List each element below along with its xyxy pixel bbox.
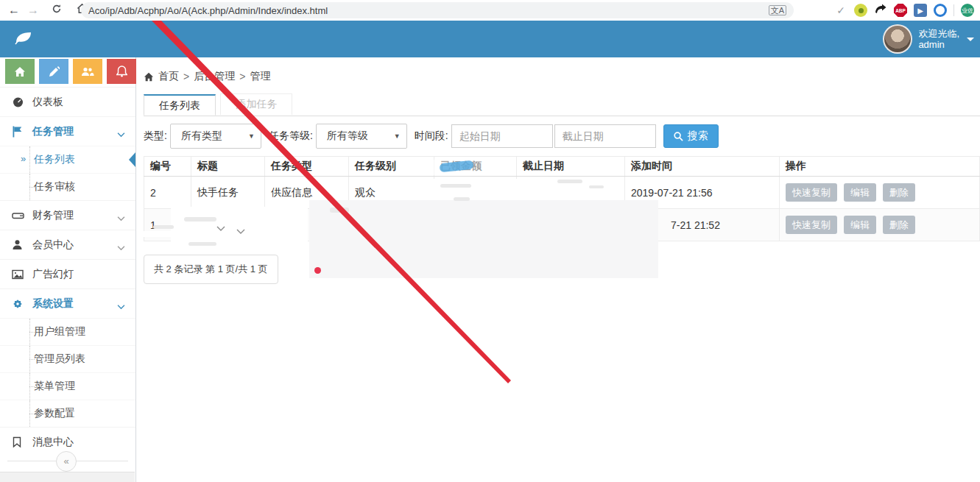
forward-icon[interactable]: → bbox=[24, 0, 43, 21]
sidebar-item-task-list[interactable]: 任务列表 bbox=[0, 146, 135, 173]
extensions-row: ✓ ABP ▶ 业佐 bbox=[834, 0, 974, 21]
quick-copy-button[interactable]: 快速复制 bbox=[786, 183, 837, 202]
collapse-sidebar-button[interactable]: « bbox=[56, 451, 77, 472]
censor-smudge bbox=[557, 180, 582, 183]
censor-smudge bbox=[440, 184, 471, 188]
refresh-glyph bbox=[52, 4, 62, 14]
sidebar-item-user-groups[interactable]: 用户组管理 bbox=[0, 318, 135, 345]
sidebar-item-finance[interactable]: 财务管理 bbox=[0, 200, 135, 230]
active-item-marker bbox=[129, 152, 135, 167]
edit-button[interactable]: 编辑 bbox=[844, 183, 876, 202]
adblock-extension-icon[interactable]: ABP bbox=[894, 4, 907, 17]
image-icon bbox=[12, 269, 32, 280]
gauge-icon bbox=[12, 96, 32, 107]
sidebar-item-label: 仪表板 bbox=[32, 96, 63, 109]
search-button-label: 搜索 bbox=[688, 130, 708, 143]
sidebar-item-label: 会员中心 bbox=[32, 238, 74, 252]
sidebar-item-task-management[interactable]: 任务管理 bbox=[0, 116, 135, 146]
home-quick-button[interactable] bbox=[5, 59, 35, 84]
user-icon bbox=[12, 239, 32, 250]
browser-profile-badge[interactable]: 业佐 bbox=[961, 4, 974, 17]
sidebar-menu: 仪表板 任务管理 任务列表 任务审核 财务管理 会员中心 bbox=[0, 87, 135, 456]
type-select[interactable]: 所有类型 ▼ bbox=[170, 124, 261, 149]
translate-icon[interactable]: 文A bbox=[769, 5, 786, 15]
censor-smudge bbox=[188, 242, 216, 246]
url-text: Aco/ip/Adb/Acphp/Ao/A(Ack.php/Admin/Inde… bbox=[88, 5, 769, 16]
col-header-added: 添加时间 bbox=[625, 157, 780, 177]
sidebar-item-label: 消息中心 bbox=[32, 436, 74, 449]
yellow-extension-icon[interactable] bbox=[854, 4, 867, 17]
censor-smudge bbox=[184, 217, 216, 221]
col-header-level: 任务级别 bbox=[349, 157, 434, 177]
url-bar[interactable]: Aco/ip/Adb/Acphp/Ao/A(Ack.php/Admin/Inde… bbox=[81, 2, 794, 18]
quick-copy-button[interactable]: 快速复制 bbox=[786, 216, 837, 234]
curved-arrow-extension-icon[interactable] bbox=[874, 3, 887, 18]
avatar[interactable] bbox=[883, 24, 912, 54]
censor-block bbox=[309, 200, 658, 278]
sidebar-item-label: 任务管理 bbox=[32, 125, 74, 138]
pencil-icon bbox=[49, 66, 60, 77]
delete-button[interactable]: 删除 bbox=[883, 216, 915, 234]
tab-add-task[interactable]: 添加任务 bbox=[220, 93, 292, 115]
tab-bar: 任务列表 添加任务 bbox=[144, 93, 980, 116]
col-header-type: 任务类型 bbox=[265, 157, 349, 177]
breadcrumb: 首页 > 后台管理 > 管理 bbox=[144, 69, 980, 84]
screen: ← → Aco/ip/Adb/Acphp/Ao/A(Ack.php/Admin/… bbox=[0, 0, 980, 482]
sidebar-collapse-row: « bbox=[0, 450, 135, 472]
chevron-down-remnant-icon bbox=[216, 222, 226, 235]
cell-ops: 快速复制 编辑 删除 bbox=[780, 209, 980, 241]
chevron-down-icon bbox=[967, 38, 974, 41]
edit-button[interactable]: 编辑 bbox=[844, 216, 876, 234]
level-filter-label: 任务等级: bbox=[269, 130, 313, 143]
type-select-value: 所有类型 bbox=[181, 130, 222, 143]
sidebar-item-task-review[interactable]: 任务审核 bbox=[0, 173, 135, 200]
sidebar-item-menu-management[interactable]: 菜单管理 bbox=[0, 372, 135, 400]
breadcrumb-home[interactable]: 首页 bbox=[158, 70, 179, 83]
app-header: 欢迎光临, admin bbox=[0, 21, 980, 57]
blue-square-extension-icon[interactable]: ▶ bbox=[914, 4, 927, 17]
level-select[interactable]: 所有等级 ▼ bbox=[316, 124, 407, 149]
sidebar-item-label: 财务管理 bbox=[32, 209, 74, 222]
blue-circle-extension-icon[interactable] bbox=[934, 4, 947, 17]
tab-task-list[interactable]: 任务列表 bbox=[144, 94, 216, 116]
cell-title: 快手任务 bbox=[191, 177, 265, 209]
type-filter-label: 类型: bbox=[144, 130, 167, 143]
bell-icon bbox=[116, 65, 127, 77]
start-date-input[interactable] bbox=[451, 124, 553, 148]
sidebar-item-label: 任务列表 bbox=[34, 153, 75, 166]
refresh-icon[interactable] bbox=[47, 0, 66, 21]
sidebar-item-dashboard[interactable]: 仪表板 bbox=[0, 87, 135, 116]
col-header-title: 标题 bbox=[191, 157, 265, 177]
col-header-ops: 操作 bbox=[780, 157, 980, 177]
welcome-text: 欢迎光临, bbox=[918, 28, 959, 39]
chevron-down-icon bbox=[117, 300, 125, 312]
col-header-id: 编号 bbox=[144, 157, 191, 177]
users-quick-button[interactable] bbox=[73, 59, 102, 84]
sidebar-item-parameter-config[interactable]: 参数配置 bbox=[0, 400, 135, 427]
search-button[interactable]: 搜索 bbox=[663, 124, 719, 148]
sidebar: 仪表板 任务管理 任务列表 任务审核 财务管理 会员中心 bbox=[0, 57, 136, 482]
quickbar bbox=[5, 59, 136, 84]
sidebar-item-label: 任务审核 bbox=[34, 180, 75, 194]
notifications-quick-button[interactable] bbox=[107, 59, 136, 84]
breadcrumb-separator: > bbox=[239, 71, 245, 82]
leaf-logo-icon[interactable] bbox=[13, 30, 34, 49]
delete-button[interactable]: 删除 bbox=[883, 183, 915, 202]
breadcrumb-level1[interactable]: 后台管理 bbox=[194, 70, 235, 83]
end-date-input[interactable] bbox=[554, 124, 656, 148]
edit-quick-button[interactable] bbox=[39, 59, 68, 84]
censor-patch bbox=[143, 231, 174, 237]
check-extension-icon[interactable]: ✓ bbox=[834, 4, 847, 17]
back-icon[interactable]: ← bbox=[4, 0, 24, 21]
sidebar-item-system-settings[interactable]: 系统设置 bbox=[0, 288, 135, 318]
level-select-value: 所有等级 bbox=[327, 130, 368, 143]
sidebar-item-ad-slides[interactable]: 广告幻灯 bbox=[0, 259, 135, 288]
sidebar-item-member-center[interactable]: 会员中心 bbox=[0, 230, 135, 259]
search-icon bbox=[674, 132, 683, 141]
pagination-summary: 共 2 条记录 第 1 页/共 1 页 bbox=[144, 255, 278, 284]
sidebar-footer-strip bbox=[0, 472, 135, 482]
home-icon bbox=[144, 72, 154, 82]
user-menu[interactable]: 欢迎光临, admin bbox=[883, 24, 974, 54]
sidebar-item-admin-list[interactable]: 管理员列表 bbox=[0, 345, 135, 372]
extension-divider bbox=[953, 4, 954, 16]
